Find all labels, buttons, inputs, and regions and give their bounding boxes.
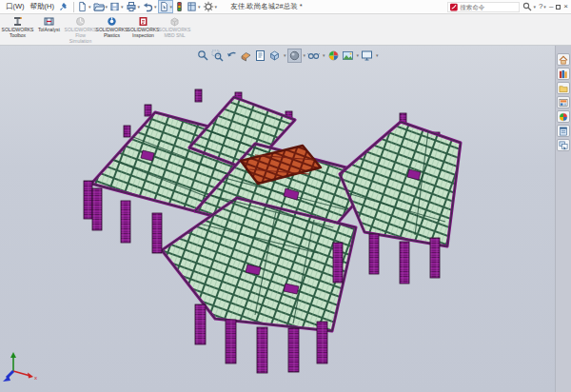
solidworks-window: 口(W) 帮助(H) ▾ ▾ ▾ ▾ ▾ [0, 0, 571, 392]
dropdown-icon[interactable]: ▾ [323, 53, 325, 58]
file-explorer-icon[interactable] [557, 82, 570, 94]
quick-access-toolbar: ▾ ▾ ▾ ▾ ▾ ▾ [77, 1, 217, 12]
undo-button[interactable]: ▾ [142, 1, 157, 12]
dropdown-icon[interactable]: ▾ [198, 5, 201, 10]
search-options-button[interactable]: ▾ [522, 2, 536, 11]
apply-scene-icon[interactable] [342, 49, 354, 62]
section-view-icon[interactable] [240, 49, 252, 62]
mbd-snl-icon [169, 16, 180, 27]
dropdown-icon[interactable]: ▾ [138, 5, 141, 10]
view-orientation-icon[interactable] [268, 49, 281, 62]
addin-flow-simulation[interactable]: SOLIDWORKS Flow Simulation [65, 15, 96, 45]
menu-window[interactable]: 口(W) [6, 2, 25, 11]
dropdown-icon[interactable]: ▾ [154, 5, 157, 10]
dropdown-icon[interactable]: ▾ [284, 53, 286, 58]
menu-help[interactable]: 帮助(H) [30, 2, 54, 11]
design-library-icon[interactable] [557, 68, 570, 80]
dropdown-icon[interactable]: ▾ [89, 5, 91, 10]
display-style-icon[interactable] [288, 49, 301, 62]
help-button[interactable]: ? ▾ [539, 3, 546, 10]
addins-ribbon: SOLIDWORKS Toolbox TolAnalyst SOLIDWORKS… [0, 14, 571, 46]
print-button[interactable]: ▾ [126, 1, 141, 12]
zoom-to-fit-icon[interactable] [197, 49, 209, 62]
dropdown-icon[interactable]: ▾ [106, 5, 108, 10]
open-button[interactable]: ▾ [93, 1, 108, 12]
dropdown-icon[interactable]: ▾ [543, 5, 546, 10]
task-pane-strip [555, 46, 571, 392]
edit-appearance-icon[interactable] [327, 49, 340, 62]
titlebar-right: ▾ ? ▾ – × [447, 2, 568, 12]
select-button[interactable]: ▾ [159, 1, 173, 12]
solidworks-logo-icon [450, 3, 458, 11]
tolanalyst-icon [44, 16, 54, 27]
addin-mbd-snl[interactable]: SOLIDWORKS MBD SNL [159, 15, 190, 40]
rebuild-traffic-light-button[interactable] [174, 1, 185, 12]
divider [73, 2, 74, 12]
dropdown-icon[interactable]: ▾ [533, 5, 536, 10]
custom-properties-icon[interactable] [557, 125, 570, 137]
dropdown-icon[interactable]: ▾ [170, 5, 173, 10]
dropdown-icon[interactable]: ▾ [357, 53, 360, 58]
close-button[interactable]: × [563, 3, 568, 10]
previous-view-icon[interactable] [226, 49, 238, 62]
toolbox-icon [12, 16, 23, 27]
solidworks-resources-icon[interactable] [557, 53, 570, 66]
restore-button[interactable] [556, 5, 561, 10]
dropdown-icon[interactable]: ▾ [376, 53, 379, 58]
x-axis-label: x [34, 375, 37, 381]
options-button[interactable]: ▾ [203, 1, 218, 12]
graphics-viewport[interactable]: ▾ ▾ ▾ ▾ ▾ [0, 46, 555, 392]
addin-label: SOLIDWORKS MBD SNL [159, 28, 191, 39]
file-properties-button[interactable]: ▾ [187, 1, 201, 12]
pushpin-icon[interactable] [60, 3, 68, 11]
search-box[interactable] [447, 2, 520, 12]
appearances-scenes-decals-icon[interactable] [557, 110, 570, 123]
solidworks-forum-icon[interactable] [557, 139, 570, 151]
addin-label: SOLIDWORKS Flow Simulation [65, 28, 97, 44]
coordinate-triad: x [0, 350, 42, 384]
search-input[interactable] [460, 4, 517, 10]
dropdown-icon[interactable]: ▾ [304, 53, 306, 58]
formwork-assembly-model[interactable] [0, 46, 555, 392]
addin-label: SOLIDWORKS Plastics [96, 28, 128, 39]
zoom-to-area-icon[interactable] [211, 49, 224, 62]
addin-tolanalyst[interactable]: TolAnalyst [33, 15, 65, 34]
addin-label: SOLIDWORKS Toolbox [2, 28, 34, 39]
addin-label: TolAnalyst [38, 28, 60, 33]
inspection-icon [138, 16, 148, 27]
addin-inspection[interactable]: SOLIDWORKS Inspection [128, 15, 159, 40]
heads-up-view-toolbar: ▾ ▾ ▾ ▾ ▾ [197, 49, 379, 62]
dynamic-annotation-views-icon[interactable] [254, 49, 266, 62]
hide-show-items-icon[interactable] [307, 49, 320, 62]
help-glyph: ? [539, 3, 542, 10]
view-settings-icon[interactable] [361, 49, 373, 62]
minimize-button[interactable]: – [549, 3, 553, 10]
new-button[interactable]: ▾ [77, 1, 91, 12]
dropdown-icon[interactable]: ▾ [215, 5, 218, 10]
view-palette-icon[interactable] [557, 96, 570, 108]
addin-solidworks-toolbox[interactable]: SOLIDWORKS Toolbox [2, 15, 33, 40]
addin-plastics[interactable]: SOLIDWORKS Plastics [96, 15, 128, 40]
dropdown-icon[interactable]: ▾ [121, 5, 124, 10]
plastics-icon [107, 16, 117, 27]
flow-simulation-icon [75, 16, 86, 27]
addin-label: SOLIDWORKS Inspection [128, 28, 160, 39]
save-button[interactable]: ▾ [109, 1, 124, 12]
title-bar: 口(W) 帮助(H) ▾ ▾ ▾ ▾ ▾ [0, 0, 571, 14]
